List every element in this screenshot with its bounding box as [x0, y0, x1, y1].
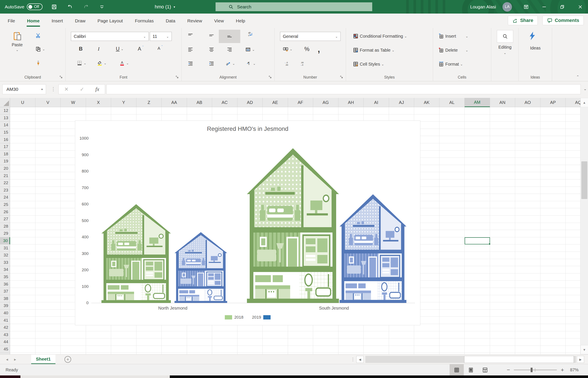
column-header-ab[interactable]: AB [187, 98, 212, 107]
column-header-ac[interactable]: AC [212, 98, 237, 107]
confirm-entry-button[interactable]: ✓ [80, 86, 84, 92]
delete-cells-button[interactable]: Delete⌄ [438, 47, 468, 53]
previous-sheet-button[interactable]: ◂ [6, 357, 8, 362]
tab-insert[interactable]: Insert [50, 14, 64, 28]
text-direction-button[interactable]: ¶⌄ [246, 61, 256, 66]
search-input[interactable]: Search [216, 2, 372, 11]
document-title[interactable]: hmo (1) ▾ [155, 0, 175, 14]
row-header-42[interactable]: 42 [0, 324, 10, 331]
format-as-table-button[interactable]: Format as Table⌄ [353, 47, 395, 53]
conditional-formatting-button[interactable]: Conditional Formatting⌄ [353, 33, 407, 39]
column-header-aj[interactable]: AJ [389, 98, 414, 107]
row-header-18[interactable]: 18 [0, 151, 10, 158]
row-header-29[interactable]: 29 [0, 230, 10, 237]
avatar[interactable]: LA [502, 2, 512, 12]
zoom-out-button[interactable]: − [507, 367, 510, 373]
undo-button[interactable] [66, 3, 74, 11]
align-bottom-button[interactable] [227, 33, 232, 38]
row-header-23[interactable]: 23 [0, 187, 10, 194]
increase-font-button[interactable]: Aˆ [138, 46, 143, 51]
align-left-button[interactable] [188, 47, 193, 52]
percent-style-button[interactable]: % [304, 46, 309, 52]
tab-data[interactable]: Data [164, 14, 177, 28]
accounting-format-button[interactable]: ⌄ [283, 46, 293, 52]
redo-button[interactable] [82, 3, 90, 11]
paste-button[interactable]: Paste ⌄ [6, 31, 28, 51]
column-header-am[interactable]: AM [465, 98, 490, 107]
row-header-15[interactable]: 15 [0, 129, 10, 136]
row-header-25[interactable]: 25 [0, 201, 10, 208]
tab-review[interactable]: Review [186, 14, 204, 28]
align-center-button[interactable] [209, 47, 214, 52]
row-header-35[interactable]: 35 [0, 273, 10, 281]
name-box-splitter[interactable]: ⋮ [51, 86, 56, 92]
align-top-button[interactable] [188, 33, 193, 38]
row-header-27[interactable]: 27 [0, 216, 10, 223]
user-name[interactable]: Lougan Alasi [470, 4, 496, 10]
row-header-20[interactable]: 20 [0, 165, 10, 172]
editing-button[interactable] [497, 30, 513, 43]
tab-scroll-splitter[interactable]: ⋮ [351, 357, 355, 362]
row-header-43[interactable]: 43 [0, 331, 10, 339]
decrease-font-button[interactable]: Aˇ [157, 46, 163, 50]
zoom-in-button[interactable]: + [561, 367, 564, 373]
collapse-ribbon-button[interactable]: ˆ [577, 75, 578, 80]
align-right-button[interactable] [227, 47, 232, 52]
align-middle-button[interactable] [209, 33, 214, 38]
row-header-41[interactable]: 41 [0, 317, 10, 324]
cancel-entry-button[interactable]: ✕ [64, 86, 69, 92]
vertical-scrollbar[interactable]: ▲ ▼ [580, 98, 588, 354]
vertical-scroll-thumb[interactable] [581, 161, 587, 199]
borders-button[interactable]: ⌄ [77, 60, 86, 66]
font-dialog-launcher[interactable] [175, 75, 179, 79]
new-sheet-button[interactable]: + [64, 356, 71, 363]
expand-formula-bar-button[interactable]: ⌄ [584, 86, 587, 91]
tab-view[interactable]: View [213, 14, 225, 28]
column-header-ag[interactable]: AG [313, 98, 338, 107]
row-header-31[interactable]: 31 [0, 244, 10, 252]
sheet-tab-sheet1[interactable]: Sheet1 [31, 354, 55, 364]
fill-color-button[interactable]: ⌄ [97, 60, 107, 66]
selected-cell[interactable] [465, 237, 490, 245]
house-bar-south-jesmond-2018[interactable] [247, 148, 339, 303]
column-header-ae[interactable]: AE [263, 98, 288, 107]
wrap-text-button[interactable]: abc [247, 31, 253, 37]
name-box[interactable]: AM30 ▾ [2, 84, 46, 94]
save-button[interactable] [50, 3, 58, 11]
formula-input[interactable] [106, 84, 581, 94]
column-header-w[interactable]: W [61, 98, 86, 107]
page-layout-view-button[interactable] [464, 364, 478, 376]
page-break-view-button[interactable] [478, 364, 492, 376]
column-header-x[interactable]: X [86, 98, 111, 107]
number-format-combo[interactable]: General⌄ [280, 32, 341, 41]
insert-function-button[interactable]: fx [95, 86, 99, 92]
insert-cells-button[interactable]: Insert⌄ [438, 33, 468, 39]
tab-page-layout[interactable]: Page Layout [96, 14, 124, 28]
minimize-button[interactable] [540, 3, 549, 11]
horizontal-scroll-thumb[interactable] [464, 356, 574, 363]
decrease-indent-button[interactable] [188, 61, 193, 66]
zoom-percentage[interactable]: 87% [570, 367, 578, 372]
row-header-24[interactable]: 24 [0, 194, 10, 201]
format-painter-button[interactable] [36, 60, 41, 66]
column-header-aq[interactable]: AQ [566, 98, 580, 107]
row-header-21[interactable]: 21 [0, 172, 10, 179]
normal-view-button[interactable] [450, 364, 464, 376]
zoom-slider[interactable] [514, 370, 557, 370]
row-header-22[interactable]: 22 [0, 179, 10, 187]
scroll-up-button[interactable]: ▲ [580, 98, 588, 107]
customize-quick-access-button[interactable] [98, 3, 106, 11]
clipboard-dialog-launcher[interactable] [59, 75, 63, 79]
tab-home[interactable]: Home [26, 14, 41, 28]
copy-button[interactable]: ⌄ [36, 46, 45, 52]
row-header-17[interactable]: 17 [0, 143, 10, 151]
row-header-16[interactable]: 16 [0, 136, 10, 143]
tab-draw[interactable]: Draw [74, 14, 87, 28]
scroll-left-button[interactable]: ◀ [356, 356, 364, 363]
row-header-32[interactable]: 32 [0, 252, 10, 259]
alignment-dialog-launcher[interactable] [268, 75, 272, 79]
increase-decimal-button[interactable]: ←.0.00 [284, 61, 290, 66]
share-button[interactable]: Share [508, 16, 538, 25]
cell-styles-button[interactable]: Cell Styles⌄ [353, 61, 384, 67]
ribbon-display-options-button[interactable] [522, 3, 530, 11]
